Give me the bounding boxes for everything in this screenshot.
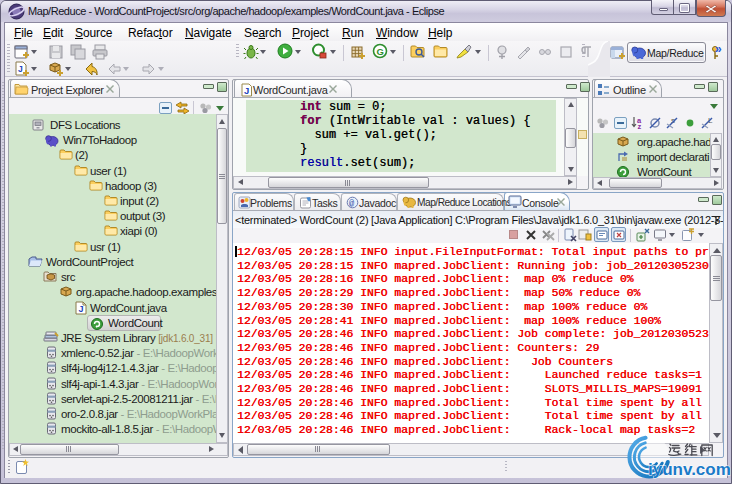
svg-text:@: @ [349, 199, 354, 209]
svg-text:J: J [18, 64, 23, 74]
svg-text:z: z [638, 122, 642, 130]
svg-text:iyunv.com: iyunv.com [648, 460, 731, 479]
svg-text:J: J [244, 85, 249, 96]
svg-text:G: G [377, 46, 384, 57]
